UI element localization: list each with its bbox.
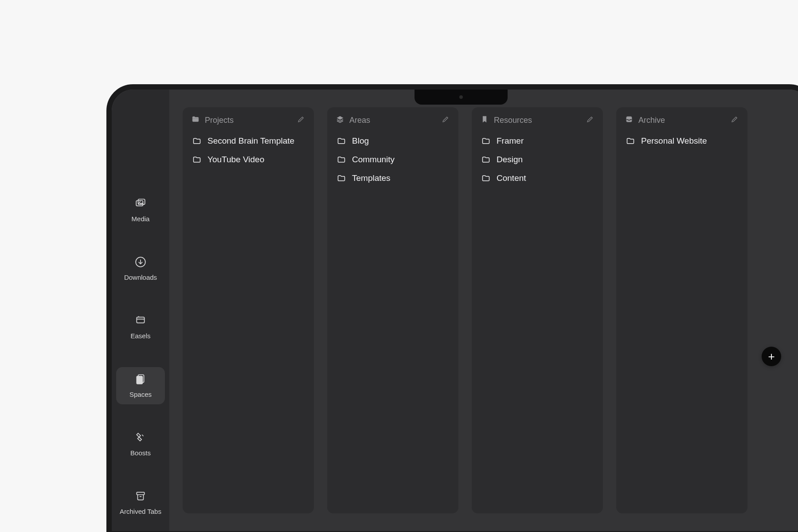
sidebar-item-boosts[interactable]: Boosts xyxy=(116,426,165,463)
app-screen: Media Downloads Easels Spaces xyxy=(112,90,798,531)
column-areas: Areas Blog Community Templates xyxy=(327,107,458,513)
sidebar-item-label: Media xyxy=(132,215,150,223)
folder-row[interactable]: Blog xyxy=(336,132,450,150)
folder-label: Community xyxy=(352,155,395,164)
folder-label: Blog xyxy=(352,136,369,146)
sidebar: Media Downloads Easels Spaces xyxy=(112,90,169,531)
boost-icon xyxy=(135,432,146,445)
folder-row[interactable]: Second Brain Template xyxy=(192,132,305,150)
column-header: Archive xyxy=(625,115,739,125)
sidebar-item-spaces[interactable]: Spaces xyxy=(116,367,165,404)
spaces-icon xyxy=(135,373,146,386)
folder-label: Design xyxy=(497,155,523,164)
column-archive: Archive Personal Website xyxy=(616,107,747,513)
laptop-frame: Media Downloads Easels Spaces xyxy=(106,84,798,532)
notch xyxy=(415,90,508,105)
easel-icon xyxy=(135,315,146,328)
folder-row[interactable]: Templates xyxy=(336,169,450,188)
archive-icon xyxy=(135,490,146,503)
folder-row[interactable]: Content xyxy=(481,169,594,188)
svg-point-2 xyxy=(140,200,141,202)
folder-label: Second Brain Template xyxy=(207,136,294,146)
column-header: Projects xyxy=(192,115,305,125)
folder-row[interactable]: Design xyxy=(481,150,594,169)
column-header: Areas xyxy=(336,115,450,125)
folder-row[interactable]: YouTube Video xyxy=(192,150,305,169)
folder-row[interactable]: Community xyxy=(336,150,450,169)
svg-rect-4 xyxy=(137,317,144,323)
sidebar-item-easels[interactable]: Easels xyxy=(116,309,165,346)
plus-icon: + xyxy=(768,351,775,362)
edit-column-button[interactable] xyxy=(297,115,305,125)
column-title: Projects xyxy=(205,116,234,125)
column-resources: Resources Framer Design Content xyxy=(472,107,603,513)
column-title: Archive xyxy=(638,116,665,125)
folder-label: Content xyxy=(497,173,526,183)
sidebar-item-label: Archived Tabs xyxy=(120,508,161,515)
folder-label: Templates xyxy=(352,173,391,183)
sidebar-item-label: Spaces xyxy=(129,391,152,398)
folder-label: YouTube Video xyxy=(207,155,264,164)
svg-rect-6 xyxy=(137,376,142,384)
column-header: Resources xyxy=(481,115,594,125)
folder-label: Personal Website xyxy=(641,136,707,146)
media-icon xyxy=(135,198,146,211)
sidebar-item-label: Easels xyxy=(130,332,150,340)
sidebar-item-media[interactable]: Media xyxy=(116,192,165,229)
folder-open-icon xyxy=(192,115,200,125)
folder-row[interactable]: Personal Website xyxy=(625,132,739,150)
column-title: Resources xyxy=(494,116,532,125)
folder-label: Framer xyxy=(497,136,524,146)
edit-column-button[interactable] xyxy=(586,115,594,125)
sidebar-item-downloads[interactable]: Downloads xyxy=(116,250,165,287)
sidebar-item-archived-tabs[interactable]: Archived Tabs xyxy=(116,484,165,521)
sidebar-item-label: Downloads xyxy=(124,274,157,281)
sidebar-item-label: Boosts xyxy=(130,449,151,457)
download-icon xyxy=(135,256,146,269)
column-projects: Projects Second Brain Template YouTube V… xyxy=(183,107,314,513)
svg-rect-7 xyxy=(137,492,144,494)
inbox-icon xyxy=(625,115,633,125)
column-title: Areas xyxy=(349,116,370,125)
bookmark-icon xyxy=(481,115,489,125)
folder-row[interactable]: Framer xyxy=(481,132,594,150)
edit-column-button[interactable] xyxy=(731,115,739,125)
edit-column-button[interactable] xyxy=(442,115,450,125)
add-button[interactable]: + xyxy=(762,347,781,366)
spaces-board: Projects Second Brain Template YouTube V… xyxy=(169,90,798,531)
layers-icon xyxy=(336,115,344,125)
